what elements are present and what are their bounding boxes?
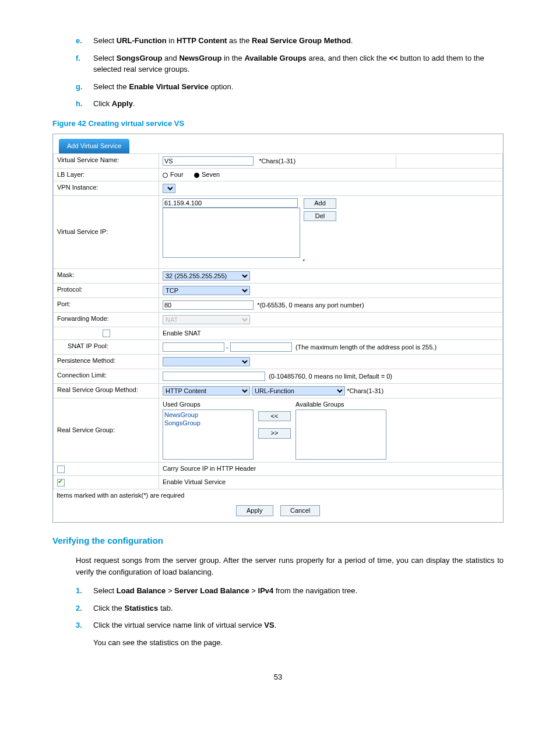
instruction-text: Select SongsGroup and NewsGroup in the A…: [93, 52, 504, 75]
list-marker: h.: [76, 98, 93, 110]
add-button[interactable]: Add: [304, 198, 336, 208]
label-protocol: Protocol:: [54, 283, 159, 298]
label-carry-source-ip: Carry Source IP in HTTP Header: [159, 463, 503, 476]
label-snat-pool: SNAT IP Pool:: [54, 340, 159, 355]
tab-add-virtual-service[interactable]: Add Virtual Service: [59, 139, 129, 153]
select-rsgm2[interactable]: URL-Function: [252, 386, 345, 396]
listbox-vip[interactable]: [163, 208, 300, 258]
instruction-text: Click the Statistics tab.: [93, 603, 504, 614]
input-snat-to[interactable]: [230, 342, 292, 352]
select-mask[interactable]: 32 (255.255.255.255): [163, 271, 250, 281]
list-marker: f.: [76, 52, 93, 75]
input-vip[interactable]: [163, 198, 298, 208]
available-groups-header: Available Groups: [295, 401, 386, 408]
cancel-button[interactable]: Cancel: [280, 505, 320, 516]
list-item[interactable]: SongsGroup: [164, 419, 252, 427]
label-vs-name: Virtual Service Name:: [54, 154, 159, 169]
label-port: Port:: [54, 298, 159, 312]
hint-snat: (The maximum length of the address pool …: [295, 344, 437, 351]
instruction-text: You can see the statistics on the page.: [93, 637, 504, 649]
label-mask: Mask:: [54, 268, 159, 283]
listbox-available-groups[interactable]: [295, 410, 386, 460]
hint-connlimit: (0-10485760, 0 means no limit, Default =…: [269, 373, 392, 380]
move-left-button[interactable]: <<: [258, 411, 291, 421]
list-marker: g.: [76, 81, 93, 93]
checkbox-enable-virtual-service[interactable]: [57, 479, 65, 487]
label-enable-snat: Enable SNAT: [159, 327, 503, 340]
input-vs-name[interactable]: [163, 156, 254, 166]
move-right-button[interactable]: >>: [258, 428, 291, 438]
label-rsg: Real Service Group:: [54, 398, 159, 463]
label-enable-virtual-service: Enable Virtual Service: [159, 475, 503, 489]
label-persistence: Persistence Method:: [54, 355, 159, 369]
listbox-used-groups[interactable]: NewsGroup SongsGroup: [163, 410, 254, 460]
apply-button[interactable]: Apply: [236, 505, 273, 516]
radio-four[interactable]: Four: [163, 171, 184, 178]
select-persistence[interactable]: [163, 357, 250, 366]
hint-port: *(0-65535, 0 means any port number): [257, 302, 364, 309]
paragraph: Host request songs from the server group…: [76, 555, 504, 578]
list-item[interactable]: NewsGroup: [164, 411, 252, 419]
input-connlimit[interactable]: [163, 372, 265, 381]
checkbox-carry-source-ip[interactable]: [57, 466, 65, 473]
instruction-list: 1. Select Load Balance > Server Load Bal…: [76, 585, 504, 648]
input-port[interactable]: [163, 300, 254, 310]
instruction-text: Select Load Balance > Server Load Balanc…: [93, 585, 504, 597]
instruction-text: Click the virtual service name link of v…: [93, 620, 504, 631]
used-groups-header: Used Groups: [163, 401, 254, 408]
required-note: Items marked with an asterisk(*) are req…: [53, 489, 503, 502]
select-vpn[interactable]: [163, 184, 175, 193]
hint-rsgm: *Chars(1-31): [347, 387, 383, 394]
del-button[interactable]: Del: [304, 211, 336, 221]
list-marker: e.: [76, 35, 93, 47]
list-marker: 3.: [76, 620, 93, 631]
radio-seven[interactable]: Seven: [194, 171, 220, 178]
hint-vs-name: *Chars(1-31): [259, 158, 295, 164]
instruction-text: Select URL-Function in HTTP Content as t…: [93, 35, 504, 47]
label-lb-layer: LB Layer:: [54, 169, 159, 181]
instruction-text: Select the Enable Virtual Service option…: [93, 81, 504, 93]
checkbox-enable-snat[interactable]: [103, 330, 110, 337]
label-vip: Virtual Service IP:: [54, 196, 159, 268]
label-connlimit: Connection Limit:: [54, 369, 159, 384]
input-snat-from[interactable]: [163, 342, 224, 352]
select-rsgm1[interactable]: HTTP Content: [163, 386, 250, 396]
page-number: 53: [52, 671, 504, 683]
instruction-text: Click Apply.: [93, 98, 504, 110]
select-fwd: NAT: [163, 315, 250, 324]
label-fwd: Forwarding Mode:: [54, 312, 159, 327]
list-marker: 2.: [76, 603, 93, 614]
select-protocol[interactable]: TCP: [163, 286, 250, 295]
label-vpn: VPN Instance:: [54, 181, 159, 196]
figure-caption: Figure 42 Creating virtual service VS: [52, 118, 504, 130]
form-panel: Add Virtual Service Virtual Service Name…: [52, 134, 504, 523]
instruction-list: e. Select URL-Function in HTTP Content a…: [76, 35, 504, 110]
list-marker: 1.: [76, 585, 93, 597]
section-heading: Verifying the configuration: [52, 534, 504, 548]
label-rsgm: Real Service Group Method:: [54, 384, 159, 398]
